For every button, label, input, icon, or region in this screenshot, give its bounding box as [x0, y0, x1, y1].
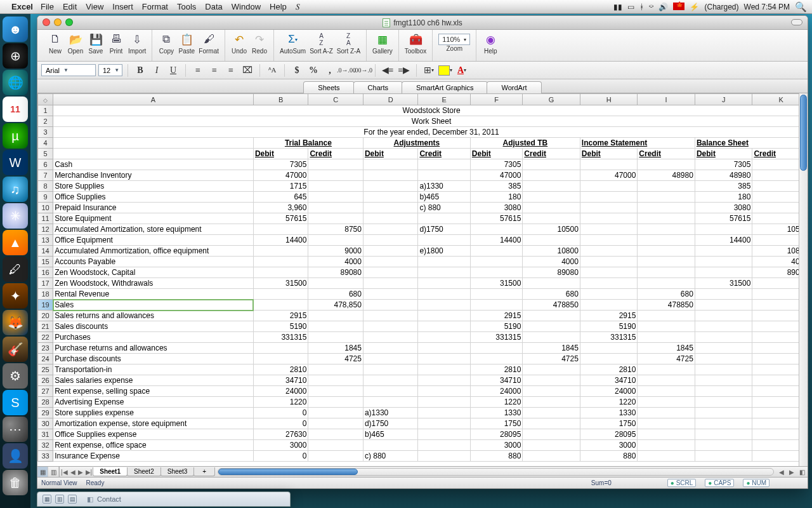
dock-word-icon[interactable]: W	[3, 150, 28, 175]
row-header[interactable]: 31	[38, 429, 53, 440]
import-button[interactable]: ⇩Import	[126, 32, 148, 55]
cell[interactable]	[695, 418, 752, 429]
row-header[interactable]: 24	[38, 354, 53, 364]
cell[interactable]	[363, 364, 417, 375]
cell[interactable]	[523, 278, 580, 289]
cell[interactable]: 24000	[253, 386, 308, 397]
cell[interactable]	[363, 300, 417, 311]
cell[interactable]	[695, 408, 752, 418]
flag-icon[interactable]	[673, 3, 684, 11]
cell[interactable]	[308, 429, 363, 440]
cell[interactable]	[638, 451, 695, 462]
dock-finder-icon[interactable]: ☻	[3, 17, 28, 42]
dock-trash-icon[interactable]: 🗑	[3, 470, 28, 495]
cell[interactable]: 48980	[638, 170, 695, 181]
status-view[interactable]: Normal View	[41, 479, 77, 486]
dock-google-earth-icon[interactable]: 🌐	[3, 70, 28, 95]
cell[interactable]: e)1800	[418, 246, 470, 257]
cell[interactable]: 47000	[580, 170, 638, 181]
cell[interactable]: 1330	[470, 408, 522, 418]
titlebar[interactable]: fmgt1100 ch6 hw.xls	[37, 16, 808, 30]
app-name[interactable]: Excel	[11, 2, 33, 11]
close-button[interactable]	[43, 18, 50, 26]
cell[interactable]: b)465	[363, 429, 417, 440]
cell[interactable]	[638, 386, 695, 397]
dock-itunes-icon[interactable]: ♫	[3, 177, 28, 202]
cell[interactable]	[523, 159, 580, 170]
row-header[interactable]: 6	[38, 159, 53, 170]
cell[interactable]: Cash	[53, 159, 254, 170]
cell[interactable]: 478850	[638, 300, 695, 311]
tab-sheets[interactable]: Sheets	[303, 81, 354, 93]
cell[interactable]: Rent expense, selling space	[53, 386, 254, 397]
cell[interactable]	[638, 321, 695, 332]
menu-help[interactable]: Help	[270, 2, 287, 11]
cell[interactable]: Credit	[523, 149, 580, 159]
cell[interactable]: Accounts Payable	[53, 257, 254, 267]
spreadsheet-grid[interactable]: ◇ A B C D E F G H I J K 1Woodstock Store…	[37, 93, 808, 466]
cell[interactable]: 31500	[253, 278, 308, 289]
power-icon[interactable]: ⚡	[690, 3, 699, 11]
cell[interactable]	[363, 224, 417, 235]
cell[interactable]: 5190	[580, 321, 638, 332]
cell[interactable]	[363, 170, 417, 181]
cell[interactable]	[638, 364, 695, 375]
cell[interactable]: 331315	[580, 332, 638, 343]
row-header[interactable]: 33	[38, 451, 53, 462]
cell[interactable]	[363, 343, 417, 354]
dock-vlc-icon[interactable]: ▲	[3, 230, 28, 255]
cell[interactable]: 57615	[470, 213, 522, 224]
cell[interactable]: 7305	[695, 159, 752, 170]
cell[interactable]: 880	[470, 451, 522, 462]
cell[interactable]	[418, 418, 470, 429]
cell[interactable]	[308, 159, 363, 170]
menu-file[interactable]: File	[41, 2, 54, 11]
cell[interactable]	[363, 235, 417, 246]
redo-button[interactable]: ↷Redo	[249, 32, 270, 55]
cell[interactable]	[418, 375, 470, 386]
undo-button[interactable]: ↶Undo	[229, 32, 249, 55]
page-layout-view-button[interactable]: ▥	[48, 467, 59, 477]
cell[interactable]	[638, 246, 695, 257]
cell[interactable]	[523, 375, 580, 386]
cell[interactable]	[523, 181, 580, 192]
cell[interactable]	[695, 429, 752, 440]
cell[interactable]	[638, 418, 695, 429]
cell[interactable]	[580, 181, 638, 192]
row-header[interactable]: 26	[38, 375, 53, 386]
cell[interactable]	[470, 257, 522, 267]
cell[interactable]: Sales returns and allowances	[53, 311, 254, 321]
scrollbar-thumb[interactable]	[218, 469, 358, 475]
cell[interactable]: 47000	[470, 170, 522, 181]
cell[interactable]	[638, 213, 695, 224]
cell[interactable]	[638, 397, 695, 408]
decrease-decimal-button[interactable]: .00→.0	[356, 64, 370, 77]
cell[interactable]: 331315	[470, 332, 522, 343]
cell[interactable]	[523, 451, 580, 462]
cell[interactable]: Amortization expense, store equipment	[53, 418, 254, 429]
cell[interactable]	[418, 300, 470, 311]
cell[interactable]	[638, 375, 695, 386]
cell[interactable]	[363, 311, 417, 321]
cell[interactable]: 1845	[523, 343, 580, 354]
cell[interactable]	[418, 321, 470, 332]
cell[interactable]	[308, 332, 363, 343]
row-header[interactable]: 16	[38, 267, 53, 278]
cell[interactable]	[523, 203, 580, 213]
cell[interactable]: c) 880	[418, 203, 470, 213]
sort-za-button[interactable]: ZASort Z-A	[335, 32, 362, 55]
cell[interactable]: Purchase discounts	[53, 354, 254, 364]
font-select[interactable]: Arial▼	[41, 64, 96, 76]
cell[interactable]: 5190	[253, 321, 308, 332]
cell[interactable]: 34710	[253, 375, 308, 386]
copy-button[interactable]: ⧉Copy	[156, 32, 176, 55]
row-header[interactable]: 28	[38, 397, 53, 408]
row-header[interactable]: 22	[38, 332, 53, 343]
cell[interactable]: 5190	[470, 321, 522, 332]
cell[interactable]	[580, 267, 638, 278]
cell[interactable]	[695, 375, 752, 386]
font-color-button[interactable]: A▾	[455, 64, 469, 77]
cell[interactable]: 180	[695, 192, 752, 203]
cell[interactable]: Zen Woodstock, Withdrawals	[53, 278, 254, 289]
align-right-button[interactable]: ≡	[224, 64, 238, 77]
